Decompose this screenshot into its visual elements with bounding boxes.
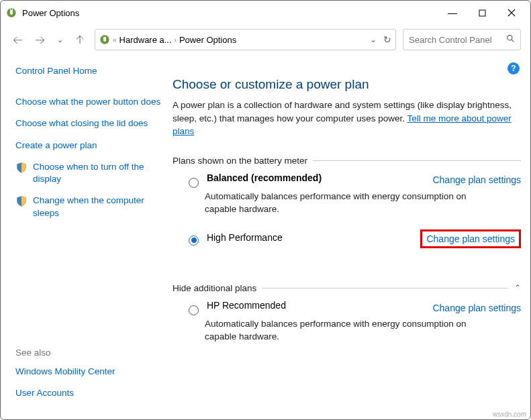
- group2-label-text: Hide additional plans: [173, 283, 256, 293]
- svg-rect-4: [479, 10, 485, 16]
- forward-button[interactable]: 🡢: [32, 32, 48, 48]
- plan-high-performance: High Performance Change plan settings: [173, 220, 521, 252]
- svg-rect-8: [103, 37, 106, 42]
- app-icon: [6, 7, 17, 18]
- watermark: wsxdn.com: [493, 411, 526, 418]
- toolbar: 🡠 🡢 ⌄ 🡡 « Hardware a... › Power Options …: [1, 25, 530, 54]
- maximize-button[interactable]: [475, 6, 489, 19]
- window-title: Power Options: [22, 8, 446, 18]
- change-settings-hp-recommended[interactable]: Change plan settings: [432, 303, 521, 313]
- breadcrumb-sep-icon: «: [113, 36, 117, 44]
- breadcrumb-current[interactable]: Power Options: [179, 35, 236, 45]
- history-dropdown[interactable]: ⌄: [54, 33, 66, 47]
- search-input[interactable]: [409, 35, 503, 45]
- help-button[interactable]: ?: [508, 62, 520, 74]
- page-title: Choose or customize a power plan: [173, 77, 521, 92]
- plan-balanced-radio[interactable]: Balanced (recommended): [189, 172, 322, 189]
- page-description: A power plan is a collection of hardware…: [173, 99, 521, 138]
- plan-hp-recommended: HP Recommended Change plan settings Auto…: [173, 293, 521, 348]
- sidebar-link-create-plan[interactable]: Create a power plan: [15, 140, 166, 152]
- plan-balanced: Balanced (recommended) Change plan setti…: [173, 166, 521, 220]
- sidebar-link-computer-sleeps[interactable]: Change when the computer sleeps: [33, 195, 166, 219]
- shield-icon: [15, 195, 28, 207]
- address-icon: [99, 34, 110, 45]
- seealso-user-accounts[interactable]: User Accounts: [15, 387, 166, 399]
- address-bar[interactable]: « Hardware a... › Power Options ⌄ ↻: [95, 29, 396, 50]
- plan-balanced-desc: Automatically balances performance with …: [205, 191, 480, 216]
- svg-rect-1: [10, 10, 13, 15]
- close-button[interactable]: [505, 6, 518, 19]
- svg-point-9: [508, 36, 512, 40]
- chevron-up-icon: ⌃: [514, 283, 521, 293]
- sidebar-link-power-button[interactable]: Choose what the power button does: [15, 96, 166, 108]
- seealso-mobility-center[interactable]: Windows Mobility Center: [15, 366, 166, 378]
- plan-high-performance-name: High Performance: [207, 232, 283, 243]
- main-panel: ? Choose or customize a power plan A pow…: [173, 65, 521, 413]
- group1-label-text: Plans shown on the battery meter: [173, 156, 307, 166]
- sidebar-link-turn-off-display[interactable]: Choose when to turn off the display: [33, 161, 166, 185]
- back-button[interactable]: 🡠: [10, 32, 26, 48]
- refresh-button[interactable]: ↻: [383, 34, 391, 45]
- svg-line-10: [512, 40, 514, 42]
- plan-hp-recommended-desc: Automatically balances performance with …: [205, 318, 480, 344]
- chevron-right-icon: ›: [175, 36, 177, 44]
- change-settings-balanced[interactable]: Change plan settings: [432, 174, 521, 185]
- plan-high-performance-radio[interactable]: High Performance: [189, 232, 283, 246]
- breadcrumb-parent[interactable]: Hardware a...: [119, 35, 172, 45]
- search-icon[interactable]: [506, 34, 515, 45]
- change-settings-high-performance[interactable]: Change plan settings: [420, 229, 521, 248]
- sidebar-link-closing-lid[interactable]: Choose what closing the lid does: [15, 117, 166, 129]
- plans-group-label: Plans shown on the battery meter: [173, 156, 521, 166]
- plan-balanced-name: Balanced (recommended): [207, 172, 322, 183]
- plan-hp-recommended-name: HP Recommended: [207, 300, 286, 311]
- address-dropdown-icon[interactable]: ⌄: [370, 35, 377, 44]
- titlebar: Power Options ―: [1, 1, 530, 25]
- see-also-heading: See also: [15, 348, 166, 358]
- search-box[interactable]: [403, 29, 521, 50]
- minimize-button[interactable]: ―: [446, 6, 459, 19]
- hide-additional-plans[interactable]: Hide additional plans ⌃: [173, 283, 521, 293]
- shield-icon: [15, 162, 28, 174]
- sidebar: Control Panel Home Choose what the power…: [15, 65, 173, 413]
- sidebar-home[interactable]: Control Panel Home: [15, 65, 166, 77]
- plan-hp-recommended-radio[interactable]: HP Recommended: [189, 300, 286, 316]
- up-button[interactable]: 🡡: [73, 32, 88, 48]
